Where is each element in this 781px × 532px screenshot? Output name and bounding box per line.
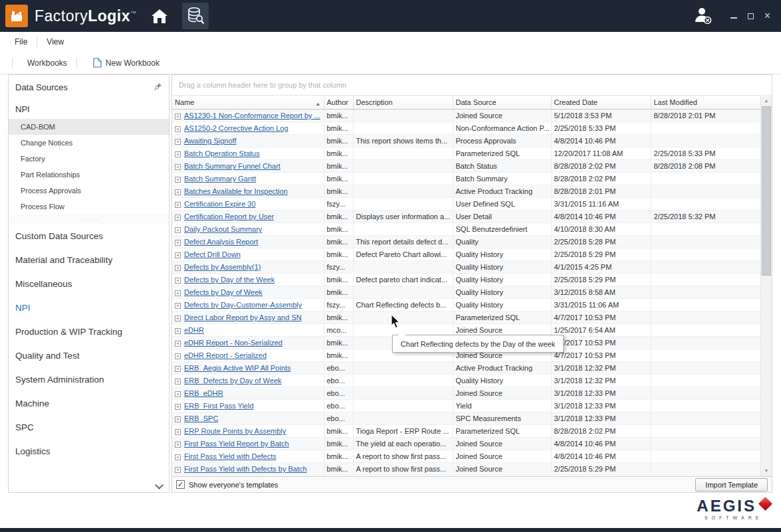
sidebar-item-change-notices[interactable]: Change Notices <box>9 135 169 151</box>
template-link[interactable]: Defect Drill Down <box>184 250 241 258</box>
table-row[interactable]: +Defects by Day-Customer-Assemblyfszy...… <box>172 299 760 311</box>
workbook-explorer-icon[interactable] <box>182 3 209 29</box>
sidebar-item-factory[interactable]: Factory <box>9 151 169 167</box>
table-row[interactable]: +ERB_SPCebo...SPC Measurements3/1/2018 1… <box>172 412 760 425</box>
table-row[interactable]: +Defect Analysis Reportbmik...This repor… <box>172 236 760 248</box>
template-link[interactable]: Defects by Day of the Week <box>184 276 275 284</box>
expand-icon[interactable]: + <box>175 379 181 385</box>
table-row[interactable]: +Defect Drill Downbmik...Defect Pareto C… <box>172 248 760 261</box>
template-link[interactable]: AS1250-2 Corrective Action Log <box>184 124 288 132</box>
template-link[interactable]: Defects by Day-Customer-Assembly <box>184 301 302 309</box>
template-link[interactable]: ERB_Defects by Day of Week <box>184 377 282 385</box>
template-link[interactable]: Batch Summary Gantt <box>184 175 256 183</box>
expand-icon[interactable]: + <box>175 189 181 195</box>
category-production-wip-tracking[interactable]: Production & WIP Tracking <box>9 319 169 343</box>
table-row[interactable]: +ERB_Defects by Day of Weekebo...Quality… <box>172 375 760 387</box>
expand-icon[interactable]: + <box>175 215 181 221</box>
expand-icon[interactable]: + <box>175 416 181 422</box>
workbooks-tab[interactable]: Workbooks <box>27 58 67 68</box>
template-link[interactable]: ERB_First Pass Yield <box>184 402 254 410</box>
show-everyones-templates-checkbox[interactable]: ✓ <box>176 480 185 489</box>
category-system-administration[interactable]: System Administration <box>9 367 169 391</box>
expand-icon[interactable]: + <box>175 429 181 435</box>
template-link[interactable]: Defect Analysis Report <box>184 238 258 246</box>
template-link[interactable]: Defects by Assembly(1) <box>184 263 261 271</box>
category-spc[interactable]: SPC <box>9 415 169 439</box>
expand-icon[interactable]: + <box>175 366 181 372</box>
expand-icon[interactable]: + <box>175 164 181 170</box>
category-npi[interactable]: NPI <box>9 296 169 319</box>
template-link[interactable]: Batch Operation Status <box>184 149 260 157</box>
expand-icon[interactable]: + <box>175 442 181 448</box>
expand-icon[interactable]: + <box>175 404 181 410</box>
template-link[interactable]: Direct Labor Report by Assy and SN <box>184 313 302 321</box>
column-header-name[interactable]: Name▲ <box>172 96 324 110</box>
category-quality-and-test[interactable]: Quality and Test <box>9 343 169 367</box>
expand-icon[interactable]: + <box>175 278 181 284</box>
expand-icon[interactable]: + <box>175 202 181 208</box>
column-header-author[interactable]: Author <box>324 96 353 110</box>
template-link[interactable]: Batch Summary Funnel Chart <box>184 162 280 170</box>
expand-icon[interactable]: + <box>175 252 181 258</box>
expand-icon[interactable]: + <box>175 114 181 120</box>
scrollbar-thumb[interactable] <box>762 106 771 276</box>
chevron-down-icon[interactable] <box>155 481 164 489</box>
template-link[interactable]: Certification Report by User <box>184 213 274 221</box>
maximize-button[interactable] <box>748 13 754 19</box>
template-link[interactable]: Daily Packout Summary <box>184 225 262 233</box>
category-custom-data-sources[interactable]: Custom Data Sources <box>9 224 169 248</box>
close-button[interactable]: × <box>764 11 770 21</box>
column-header-created-date[interactable]: Created Date <box>551 96 651 110</box>
template-link[interactable]: eDHR <box>184 326 204 334</box>
table-row[interactable]: +Batch Summary Funnel Chartbmik...Batch … <box>172 160 760 173</box>
scroll-up-icon[interactable]: ▲ <box>761 95 772 106</box>
sidebar-item-process-flow[interactable]: Process Flow <box>9 199 169 215</box>
template-link[interactable]: Certification Expire 30 <box>184 200 256 208</box>
category-material-and-traceability[interactable]: Material and Traceability <box>9 248 169 272</box>
expand-icon[interactable]: + <box>175 454 181 460</box>
table-row[interactable]: +ERB_First Pass Yieldebo...Yield3/1/2018… <box>172 400 760 412</box>
expand-icon[interactable]: + <box>175 290 181 296</box>
template-link[interactable]: ERB_SPC <box>184 414 218 422</box>
npi-section-header[interactable]: NPI <box>9 99 169 119</box>
category-machine[interactable]: Machine <box>9 391 169 415</box>
expand-icon[interactable]: + <box>175 303 181 309</box>
expand-icon[interactable]: + <box>175 227 181 233</box>
category-miscellaneous[interactable]: Miscellaneous <box>9 272 169 296</box>
expand-icon[interactable]: + <box>175 315 181 321</box>
sidebar-item-process-approvals[interactable]: Process Approvals <box>9 183 169 199</box>
table-row[interactable]: +AS1250-2 Corrective Action Logbmik...No… <box>172 122 760 135</box>
home-icon[interactable] <box>146 3 173 29</box>
column-header-data-source[interactable]: Data Source <box>453 96 551 110</box>
table-row[interactable]: +ERP Route Points by Assemblybmik...Tiog… <box>172 425 760 438</box>
column-header-last-modified[interactable]: Last Modified <box>651 96 760 110</box>
table-row[interactable]: +Defects by Day of the Weekbmik...Defect… <box>172 274 760 286</box>
table-row[interactable]: +ERB_eDHRebo...Joined Source3/1/2018 12:… <box>172 387 760 400</box>
menu-file[interactable]: File <box>15 37 27 46</box>
table-row[interactable]: +AS1230-1 Non-Conformance Report by ...b… <box>172 110 760 122</box>
expand-icon[interactable]: + <box>175 126 181 132</box>
template-link[interactable]: First Pass Yield with Defects by Batch <box>184 465 307 473</box>
group-by-panel[interactable]: Drag a column header here to group by th… <box>172 75 772 95</box>
expand-icon[interactable]: + <box>175 240 181 246</box>
table-row[interactable]: +Certification Report by Userbmik...Disp… <box>172 211 760 223</box>
column-header-description[interactable]: Description <box>353 96 453 110</box>
template-link[interactable]: First Pass Yield with Defects <box>184 452 277 460</box>
template-link[interactable]: eDHR Report - Serialized <box>184 351 267 359</box>
template-link[interactable]: ERP Route Points by Assembly <box>184 427 286 435</box>
expand-icon[interactable]: + <box>175 353 181 359</box>
menu-view[interactable]: View <box>47 37 64 46</box>
new-workbook-button[interactable]: New Workbook <box>106 58 160 68</box>
scroll-down-icon[interactable]: ▼ <box>761 465 772 476</box>
table-row[interactable]: +First Pass Yield with Defects by Batchb… <box>172 463 760 476</box>
sidebar-item-part-relationships[interactable]: Part Relationships <box>9 167 169 183</box>
template-link[interactable]: ERB_Aegis Active WIP All Points <box>184 364 291 372</box>
expand-icon[interactable]: + <box>175 265 181 271</box>
vertical-scrollbar[interactable]: ▲ ▼ <box>760 95 772 476</box>
table-row[interactable]: +Defects by Day of Weekbmik...Quality Hi… <box>172 286 760 299</box>
minimize-button[interactable] <box>730 13 737 19</box>
import-template-button[interactable]: Import Template <box>695 478 768 491</box>
template-link[interactable]: ERB_eDHR <box>184 389 223 397</box>
table-row[interactable]: +Direct Labor Report by Assy and SNbmik.… <box>172 311 760 324</box>
template-link[interactable]: Batches Available for Inspection <box>184 187 288 195</box>
